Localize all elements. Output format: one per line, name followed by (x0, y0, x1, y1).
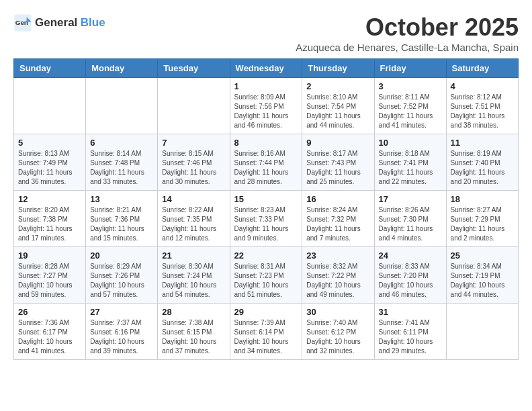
day-info: Sunrise: 8:32 AM Sunset: 7:22 PM Dayligh… (306, 262, 369, 300)
day-info: Sunrise: 8:13 AM Sunset: 7:49 PM Dayligh… (18, 149, 81, 187)
day-number: 3 (379, 81, 442, 91)
col-monday: Monday (86, 59, 158, 78)
day-number: 9 (306, 138, 369, 148)
day-number: 14 (162, 194, 225, 204)
calendar-cell (446, 304, 518, 360)
day-number: 11 (451, 138, 514, 148)
calendar-cell: 15Sunrise: 8:23 AM Sunset: 7:33 PM Dayli… (230, 191, 302, 247)
calendar-cell: 22Sunrise: 8:31 AM Sunset: 7:23 PM Dayli… (230, 247, 302, 304)
day-number: 25 (451, 250, 514, 261)
calendar-cell: 2Sunrise: 8:10 AM Sunset: 7:54 PM Daylig… (302, 78, 374, 134)
calendar-cell: 1Sunrise: 8:09 AM Sunset: 7:56 PM Daylig… (230, 78, 302, 134)
day-number: 4 (451, 81, 514, 91)
calendar-header-row: Sunday Monday Tuesday Wednesday Thursday… (14, 59, 519, 78)
day-number: 16 (306, 194, 369, 204)
day-number: 23 (306, 250, 369, 261)
day-number: 20 (90, 250, 153, 261)
calendar-cell: 7Sunrise: 8:15 AM Sunset: 7:46 PM Daylig… (158, 134, 230, 191)
day-number: 24 (379, 250, 442, 261)
day-info: Sunrise: 8:24 AM Sunset: 7:32 PM Dayligh… (306, 205, 369, 243)
calendar-cell: 18Sunrise: 8:27 AM Sunset: 7:29 PM Dayli… (446, 191, 518, 247)
calendar-cell: 27Sunrise: 7:37 AM Sunset: 6:16 PM Dayli… (86, 304, 158, 360)
calendar-cell: 13Sunrise: 8:21 AM Sunset: 7:36 PM Dayli… (86, 191, 158, 247)
day-info: Sunrise: 8:27 AM Sunset: 7:29 PM Dayligh… (451, 205, 514, 243)
day-info: Sunrise: 8:26 AM Sunset: 7:30 PM Dayligh… (379, 205, 442, 243)
calendar-cell: 9Sunrise: 8:17 AM Sunset: 7:43 PM Daylig… (302, 134, 374, 191)
calendar-cell: 19Sunrise: 8:28 AM Sunset: 7:27 PM Dayli… (14, 247, 86, 304)
calendar-cell: 20Sunrise: 8:29 AM Sunset: 7:26 PM Dayli… (86, 247, 158, 304)
day-info: Sunrise: 8:34 AM Sunset: 7:19 PM Dayligh… (451, 262, 514, 300)
day-info: Sunrise: 7:38 AM Sunset: 6:15 PM Dayligh… (162, 318, 225, 356)
col-saturday: Saturday (446, 59, 518, 78)
day-info: Sunrise: 8:22 AM Sunset: 7:35 PM Dayligh… (162, 205, 225, 243)
logo-icon: Gen (13, 13, 32, 32)
day-info: Sunrise: 8:19 AM Sunset: 7:40 PM Dayligh… (451, 149, 514, 187)
calendar-cell (86, 78, 158, 134)
day-number: 21 (162, 250, 225, 261)
calendar-cell: 29Sunrise: 7:39 AM Sunset: 6:14 PM Dayli… (230, 304, 302, 360)
day-info: Sunrise: 7:37 AM Sunset: 6:16 PM Dayligh… (90, 318, 153, 356)
day-info: Sunrise: 8:30 AM Sunset: 7:24 PM Dayligh… (162, 262, 225, 300)
calendar-cell: 8Sunrise: 8:16 AM Sunset: 7:44 PM Daylig… (230, 134, 302, 191)
calendar-cell: 14Sunrise: 8:22 AM Sunset: 7:35 PM Dayli… (158, 191, 230, 247)
calendar-week-3: 12Sunrise: 8:20 AM Sunset: 7:38 PM Dayli… (14, 191, 519, 247)
logo-blue: Blue (81, 16, 105, 29)
col-sunday: Sunday (14, 59, 86, 78)
day-info: Sunrise: 8:23 AM Sunset: 7:33 PM Dayligh… (234, 205, 298, 243)
day-number: 28 (162, 307, 225, 317)
calendar-cell: 25Sunrise: 8:34 AM Sunset: 7:19 PM Dayli… (446, 247, 518, 304)
day-info: Sunrise: 8:21 AM Sunset: 7:36 PM Dayligh… (90, 205, 153, 243)
calendar-week-2: 5Sunrise: 8:13 AM Sunset: 7:49 PM Daylig… (14, 134, 519, 191)
calendar-week-5: 26Sunrise: 7:36 AM Sunset: 6:17 PM Dayli… (14, 304, 519, 360)
day-info: Sunrise: 8:10 AM Sunset: 7:54 PM Dayligh… (306, 93, 369, 130)
calendar-week-4: 19Sunrise: 8:28 AM Sunset: 7:27 PM Dayli… (14, 247, 519, 304)
day-number: 29 (234, 307, 298, 317)
col-friday: Friday (374, 59, 446, 78)
calendar-cell: 30Sunrise: 7:40 AM Sunset: 6:12 PM Dayli… (302, 304, 374, 360)
day-info: Sunrise: 8:29 AM Sunset: 7:26 PM Dayligh… (90, 262, 153, 300)
col-thursday: Thursday (302, 59, 374, 78)
day-number: 18 (451, 194, 514, 204)
day-number: 19 (18, 250, 81, 261)
day-info: Sunrise: 8:15 AM Sunset: 7:46 PM Dayligh… (162, 149, 225, 187)
day-number: 10 (379, 138, 442, 148)
day-info: Sunrise: 8:31 AM Sunset: 7:23 PM Dayligh… (234, 262, 298, 300)
day-info: Sunrise: 8:11 AM Sunset: 7:52 PM Dayligh… (379, 93, 442, 130)
location-subtitle: Azuqueca de Henares, Castille-La Mancha,… (296, 42, 519, 53)
calendar-cell: 6Sunrise: 8:14 AM Sunset: 7:48 PM Daylig… (86, 134, 158, 191)
day-number: 22 (234, 250, 298, 261)
calendar-cell: 17Sunrise: 8:26 AM Sunset: 7:30 PM Dayli… (374, 191, 446, 247)
day-number: 30 (306, 307, 369, 317)
month-title: October 2025 (296, 13, 519, 42)
day-info: Sunrise: 7:41 AM Sunset: 6:11 PM Dayligh… (379, 318, 442, 356)
day-info: Sunrise: 8:12 AM Sunset: 7:51 PM Dayligh… (451, 93, 514, 130)
svg-text:Gen: Gen (15, 19, 28, 26)
day-number: 15 (234, 194, 298, 204)
logo: Gen General Blue (13, 13, 105, 32)
calendar-cell: 21Sunrise: 8:30 AM Sunset: 7:24 PM Dayli… (158, 247, 230, 304)
calendar-cell: 11Sunrise: 8:19 AM Sunset: 7:40 PM Dayli… (446, 134, 518, 191)
calendar-cell: 3Sunrise: 8:11 AM Sunset: 7:52 PM Daylig… (374, 78, 446, 134)
day-number: 7 (162, 138, 225, 148)
day-info: Sunrise: 8:18 AM Sunset: 7:41 PM Dayligh… (379, 149, 442, 187)
calendar-cell (158, 78, 230, 134)
day-info: Sunrise: 8:33 AM Sunset: 7:20 PM Dayligh… (379, 262, 442, 300)
col-tuesday: Tuesday (158, 59, 230, 78)
day-number: 2 (306, 81, 369, 91)
day-number: 6 (90, 138, 153, 148)
logo-text: General Blue (35, 16, 105, 30)
col-wednesday: Wednesday (230, 59, 302, 78)
day-info: Sunrise: 8:28 AM Sunset: 7:27 PM Dayligh… (18, 262, 81, 300)
calendar-cell: 12Sunrise: 8:20 AM Sunset: 7:38 PM Dayli… (14, 191, 86, 247)
day-info: Sunrise: 7:40 AM Sunset: 6:12 PM Dayligh… (306, 318, 369, 356)
day-info: Sunrise: 7:39 AM Sunset: 6:14 PM Dayligh… (234, 318, 298, 356)
calendar-cell: 5Sunrise: 8:13 AM Sunset: 7:49 PM Daylig… (14, 134, 86, 191)
calendar-cell: 31Sunrise: 7:41 AM Sunset: 6:11 PM Dayli… (374, 304, 446, 360)
day-info: Sunrise: 8:20 AM Sunset: 7:38 PM Dayligh… (18, 205, 81, 243)
calendar-cell: 16Sunrise: 8:24 AM Sunset: 7:32 PM Dayli… (302, 191, 374, 247)
calendar-cell: 4Sunrise: 8:12 AM Sunset: 7:51 PM Daylig… (446, 78, 518, 134)
calendar-cell: 24Sunrise: 8:33 AM Sunset: 7:20 PM Dayli… (374, 247, 446, 304)
logo-general: General (35, 16, 77, 29)
day-info: Sunrise: 8:09 AM Sunset: 7:56 PM Dayligh… (234, 93, 298, 130)
day-info: Sunrise: 7:36 AM Sunset: 6:17 PM Dayligh… (18, 318, 81, 356)
